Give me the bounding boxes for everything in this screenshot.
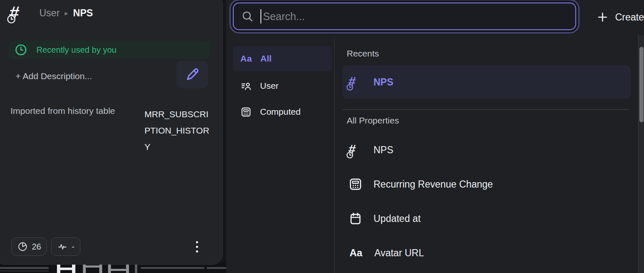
pencil-icon	[184, 67, 200, 82]
imported-label: Imported from history table	[10, 106, 115, 155]
clock-icon	[15, 44, 27, 56]
property-picker-dropdown: Create Aa All User	[226, 0, 644, 273]
breadcrumb: User ▸ NPS	[39, 8, 93, 19]
list-item-recurring-revenue-change[interactable]: Recurring Revenue Change	[343, 173, 631, 196]
background-letter	[108, 264, 129, 273]
list-item-nps-recent[interactable]: # NPS	[343, 65, 631, 99]
breadcrumb-current: NPS	[73, 8, 93, 19]
user-icon	[240, 80, 252, 92]
card-footer: 26 -	[11, 237, 207, 256]
background-line	[0, 270, 49, 271]
section-title-all-properties: All Properties	[347, 116, 399, 126]
background-line	[0, 267, 49, 269]
numeric-clock-icon: #	[348, 142, 363, 157]
app-window: # User ▸ NPS Recently used by you + Add …	[0, 0, 644, 273]
property-details-card: # User ▸ NPS Recently used by you + Add …	[0, 0, 223, 265]
results-list: Recents # NPS All Properties #	[343, 0, 638, 273]
add-description-field[interactable]: + Add Description...	[15, 71, 92, 81]
list-item-updated-at[interactable]: Updated at	[343, 207, 631, 230]
scrollbar-thumb[interactable]	[639, 47, 644, 122]
calculator-icon	[348, 177, 363, 191]
pie-chart-icon	[17, 241, 28, 252]
background-letter	[83, 264, 102, 273]
activity-pill[interactable]: -	[51, 237, 80, 256]
divider	[334, 38, 335, 273]
breadcrumb-parent[interactable]: User	[39, 8, 60, 19]
section-title-recents: Recents	[347, 49, 379, 59]
recently-used-label: Recently used by you	[36, 45, 116, 55]
divider	[343, 109, 629, 110]
background-line	[141, 267, 204, 269]
background-line	[135, 264, 137, 273]
tab-computed[interactable]: Computed	[233, 100, 332, 123]
background-letter	[57, 264, 75, 273]
calculator-icon	[240, 106, 252, 118]
background-line	[207, 267, 226, 269]
edit-description-button[interactable]	[176, 61, 208, 88]
search-icon	[241, 10, 254, 23]
list-item-avatar-url[interactable]: Aa Avatar URL	[343, 241, 631, 265]
filter-tabs: Aa All User Computed	[233, 46, 332, 126]
list-item-nps[interactable]: # NPS	[343, 138, 631, 162]
text-cursor	[260, 9, 261, 23]
tab-user[interactable]: User	[233, 75, 332, 97]
scrollbar[interactable]	[638, 35, 644, 273]
activity-value: -	[72, 242, 75, 252]
imported-meta-row: Imported from history table MRR_SUBSCRIP…	[10, 106, 211, 155]
activity-icon	[57, 241, 68, 252]
kebab-menu-icon[interactable]	[191, 238, 202, 255]
chevron-right-icon: ▸	[65, 9, 68, 17]
calendar-icon	[348, 211, 363, 226]
Aa-letters-icon: Aa	[240, 54, 252, 64]
numeric-clock-icon: #	[9, 3, 28, 23]
Aa-letters-icon: Aa	[348, 247, 363, 259]
tab-all[interactable]: Aa All	[233, 46, 332, 71]
sample-count-value: 26	[32, 242, 41, 252]
sample-count-pill[interactable]: 26	[11, 237, 47, 256]
imported-value: MRR_SUBSCRIPTION_HISTORY	[144, 106, 211, 155]
recently-used-badge: Recently used by you	[9, 41, 210, 59]
numeric-clock-icon: #	[348, 75, 363, 90]
